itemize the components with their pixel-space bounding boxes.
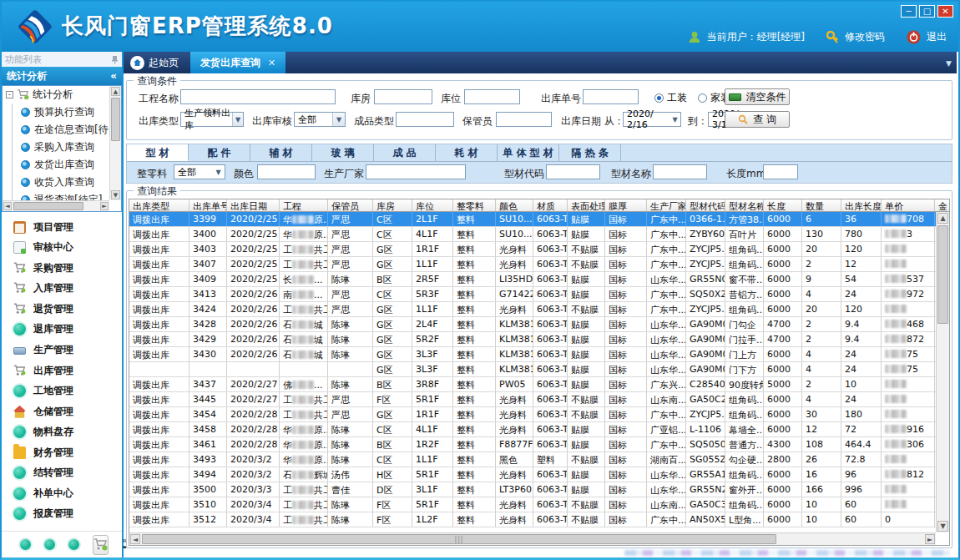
sidebar-item-document[interactable]: 审核中心 xyxy=(13,240,122,255)
material-tab-0[interactable]: 型 材 xyxy=(127,144,189,161)
column-header[interactable]: 出库类型 xyxy=(129,199,189,211)
sidebar-item-finance[interactable]: 财务管理 xyxy=(13,446,122,460)
project-name-input[interactable] xyxy=(180,89,336,104)
column-header[interactable]: 膜厚 xyxy=(605,199,647,211)
material-tab-4[interactable]: 成 品 xyxy=(374,144,436,161)
sidebar-item-cart[interactable]: 采购管理 xyxy=(13,261,122,275)
sidebar-item-clipboard[interactable]: 项目管理 xyxy=(13,220,122,235)
table-row[interactable]: 调拨出库34452020/2/27工共工程严思F区5R1F整料光身料6063-T… xyxy=(129,392,936,407)
tree-item[interactable]: 收货入库查询 xyxy=(3,174,109,191)
material-tab-1[interactable]: 配 件 xyxy=(189,144,250,161)
grid-vertical-scrollbar[interactable]: ▲ ▼ xyxy=(936,212,949,532)
tab-shipping-query[interactable]: 发货出库查询 ✕ xyxy=(190,52,285,73)
cart-shortcut-button[interactable] xyxy=(93,535,109,555)
table-row[interactable]: 调拨出库34372020/2/27佛...陈琳B区3R8F整料PW056063-… xyxy=(129,377,936,392)
table-row[interactable]: 调拨出库34612020/2/28华原...陈琳B区1R2F整料F8877FT6… xyxy=(129,437,936,452)
material-tab-6[interactable]: 单 体 型 材 xyxy=(498,144,559,161)
pin-icon[interactable] xyxy=(111,55,119,64)
tree-item[interactable]: 在途信息查询[待 xyxy=(3,121,109,139)
table-row[interactable]: 调拨出库34582020/2/28华原...陈琳C区4L1F整料光身料6063-… xyxy=(129,422,936,437)
table-row[interactable]: 调拨出库34302020/2/26石城陈琳G区3L3F整料KLM38176063… xyxy=(129,347,936,362)
column-header[interactable]: 出库单号 xyxy=(189,199,227,211)
material-tab-3[interactable]: 玻 璃 xyxy=(312,144,374,161)
quick-dot-button[interactable] xyxy=(44,539,55,550)
column-header[interactable]: 单价 xyxy=(882,199,935,211)
table-row[interactable]: 调拨出库35122020/3/4工共工程陈琳F区1L2F整料光身料6063-T5… xyxy=(129,512,936,527)
column-header[interactable]: 生产厂家 xyxy=(647,199,686,211)
tree-expander-icon[interactable]: - xyxy=(6,91,13,98)
table-row[interactable]: 调拨出库34292020/2/26石城陈琳G区5R2F整料KLM38176063… xyxy=(129,332,936,347)
table-row[interactable]: 调拨出库34002020/2/25华原...严思C区4L1F整料SU10...6… xyxy=(129,227,936,242)
keeper-input[interactable] xyxy=(496,112,552,127)
material-tab-5[interactable]: 耗 材 xyxy=(436,144,498,161)
sidebar-item-circle[interactable]: 物料盘存 xyxy=(13,425,122,439)
maker-input[interactable] xyxy=(366,164,466,179)
column-header[interactable]: 工程 xyxy=(280,199,328,211)
column-header[interactable]: 金 xyxy=(935,199,950,211)
tree-root-stats[interactable]: - 统计分析 xyxy=(3,86,109,103)
logout-link[interactable]: 退出 xyxy=(927,30,947,44)
column-header[interactable]: 整零料 xyxy=(453,199,496,211)
table-row[interactable]: G区3L3F整料KLM38176063-T5贴膜国标山东华...GA90M09.… xyxy=(129,362,936,377)
color-input[interactable] xyxy=(257,164,316,179)
table-row[interactable]: 调拨出库34242020/2/26工共工程严思G区1L1F整料光身料6063-T… xyxy=(129,302,936,317)
tree-item[interactable]: 预算执行查询 xyxy=(3,103,109,121)
warehouse-input[interactable] xyxy=(374,89,432,104)
sidebar-item-production[interactable]: 生产管理 xyxy=(13,343,122,357)
tree-vertical-scrollbar[interactable]: ▲ ▼ xyxy=(109,86,121,200)
material-tab-7[interactable]: 隔 热 条 xyxy=(559,144,621,161)
close-button[interactable]: ✕ xyxy=(937,5,953,18)
column-header[interactable]: 库房 xyxy=(373,199,412,211)
column-header[interactable]: 材质 xyxy=(533,199,568,211)
radio-gongzhuang[interactable]: 工装 xyxy=(654,91,687,105)
table-row[interactable]: 调拨出库34132020/2/26南...严思C区5R3F整料G71422606… xyxy=(129,287,936,302)
maximize-button[interactable]: □ xyxy=(919,5,935,18)
tree-item[interactable]: 采购入库查询 xyxy=(3,139,109,156)
table-row[interactable]: 调拨出库34282020/2/26石城陈琳G区2L4F整料KLM38176063… xyxy=(129,317,936,332)
table-row[interactable]: 调拨出库35002020/3/3工共工程曹佳D区3L1F整料LT3P606063… xyxy=(129,482,936,497)
grid-horizontal-scrollbar[interactable]: ◄ ||| ► xyxy=(129,532,936,545)
sidebar-item-cart-return[interactable]: 退货管理 xyxy=(13,302,122,316)
column-header[interactable]: 型材代码 xyxy=(686,199,725,211)
search-button[interactable]: 查 询 xyxy=(725,111,790,128)
column-header[interactable]: 出库长度 xyxy=(841,199,882,211)
profile-code-input[interactable] xyxy=(546,164,600,179)
order-no-input[interactable] xyxy=(583,89,639,104)
column-header[interactable]: 颜色 xyxy=(496,199,533,211)
table-row[interactable]: 调拨出库34032020/2/25工共工程严思G区1R1F整料光身料6063-T… xyxy=(129,242,936,257)
column-header[interactable]: 保管员 xyxy=(328,199,373,211)
collapse-icon[interactable]: « xyxy=(110,70,117,82)
tree-item[interactable]: 退货查询[待定] xyxy=(3,191,109,200)
length-input[interactable] xyxy=(763,164,798,179)
minimize-button[interactable]: ─ xyxy=(901,5,917,18)
product-type-input[interactable] xyxy=(396,112,454,127)
out-type-select[interactable]: 生产领料出库▼ xyxy=(180,112,244,127)
audit-select[interactable]: 全部▼ xyxy=(294,112,346,127)
table-row[interactable]: 调拨出库34072020/2/25工共工程严思G区1L1F整料光身料6063-T… xyxy=(129,257,936,272)
date-from-select[interactable]: 2020/ 2/16▼ xyxy=(623,112,681,127)
column-header[interactable]: 库位 xyxy=(412,199,453,211)
column-header[interactable]: 型材名称 xyxy=(725,199,764,211)
profile-name-input[interactable] xyxy=(653,164,707,179)
table-row[interactable]: 调拨出库34092020/2/25长...陈琳B区2R5F整料LI35HD606… xyxy=(129,272,936,287)
tree-horizontal-scrollbar[interactable]: ◄ ► xyxy=(3,200,109,211)
table-row[interactable]: 调拨出库34942020/3/2石辉城汤伟H区5R1F整料光身料6063-T5贴… xyxy=(129,467,936,482)
table-row[interactable]: 调拨出库35102020/3/4工共工程陈琳F区5R1F整料光身料6063-T5… xyxy=(129,497,936,512)
stats-group-header[interactable]: 统计分析 « xyxy=(2,67,122,85)
sidebar-item-circle[interactable]: 补单中心 xyxy=(13,487,122,501)
table-row[interactable]: 调拨出库34932020/3/2华原...陈琳C区1L1F整料黑色塑料不贴膜国标… xyxy=(129,452,936,467)
sidebar-item-circle[interactable]: 退库管理 xyxy=(13,322,122,336)
table-row[interactable]: 调拨出库34542020/2/28工共工程严思G区1R1F整料光身料6063-T… xyxy=(129,407,936,422)
sidebar-item-warehouse[interactable]: 仓储管理 xyxy=(13,405,122,419)
location-input[interactable] xyxy=(464,89,520,104)
sidebar-item-cart-out[interactable]: 出库管理 xyxy=(13,364,122,378)
change-password-link[interactable]: 修改密码 xyxy=(845,30,885,44)
column-header[interactable]: 数量 xyxy=(802,199,841,211)
clear-conditions-button[interactable]: 清空条件 xyxy=(725,88,790,105)
quick-dot-button[interactable] xyxy=(68,539,79,550)
table-row[interactable]: 调拨出库33992020/2/25华原...严思C区2L1F整料SU10...6… xyxy=(129,212,936,227)
column-header[interactable]: 出库日期 xyxy=(227,199,280,211)
tab-home[interactable]: 起始页 xyxy=(124,52,190,73)
sidebar-item-circle[interactable]: 工地管理 xyxy=(13,384,122,398)
material-tab-2[interactable]: 辅 材 xyxy=(250,144,312,161)
